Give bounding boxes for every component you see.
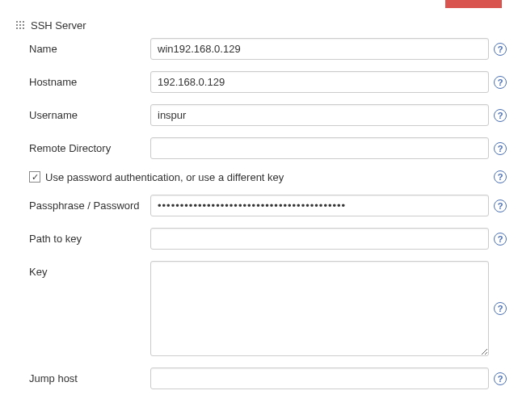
jump-host-input[interactable] — [150, 368, 489, 389]
remote-directory-input[interactable] — [150, 137, 489, 159]
remote-directory-label: Remote Directory — [29, 137, 150, 154]
help-icon[interactable]: ? — [494, 142, 507, 155]
path-to-key-input[interactable] — [150, 228, 489, 250]
path-to-key-label: Path to key — [29, 228, 150, 245]
section-header: SSH Server — [16, 19, 507, 32]
name-input[interactable] — [150, 38, 489, 60]
key-textarea[interactable] — [150, 261, 489, 356]
help-icon[interactable]: ? — [494, 233, 507, 246]
delete-button[interactable] — [445, 0, 502, 8]
jump-host-label: Jump host — [29, 368, 150, 384]
help-icon[interactable]: ? — [494, 372, 507, 385]
help-icon[interactable]: ? — [494, 302, 507, 315]
passphrase-label: Passphrase / Password — [29, 195, 150, 212]
use-password-checkbox[interactable] — [29, 171, 40, 183]
ssh-server-section: SSH Server Name ? Hostname ? Username ? … — [16, 19, 507, 401]
key-label: Key — [29, 261, 150, 278]
help-icon[interactable]: ? — [494, 109, 507, 122]
hostname-label: Hostname — [29, 71, 150, 88]
username-label: Username — [29, 104, 150, 121]
help-icon[interactable]: ? — [494, 76, 507, 89]
passphrase-input[interactable] — [150, 195, 489, 216]
use-password-label: Use password authentication, or use a di… — [45, 171, 284, 183]
hostname-input[interactable] — [150, 71, 489, 93]
username-input[interactable] — [150, 104, 489, 126]
drag-handle-icon[interactable] — [16, 21, 26, 31]
name-label: Name — [29, 38, 150, 55]
help-icon[interactable]: ? — [494, 43, 507, 56]
help-icon[interactable]: ? — [494, 200, 507, 212]
section-title: SSH Server — [31, 19, 86, 32]
help-icon[interactable]: ? — [494, 170, 507, 183]
